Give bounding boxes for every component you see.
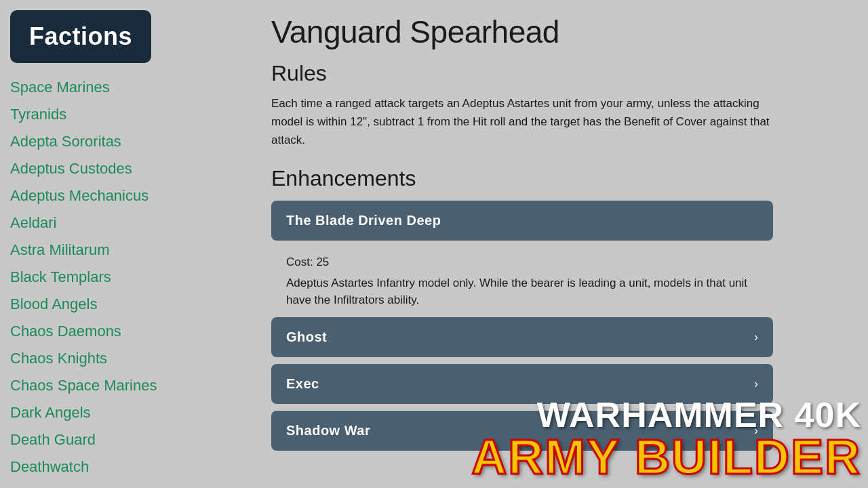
enhancement-card-1[interactable]: Ghost ›: [271, 317, 773, 357]
factions-title: Factions: [10, 10, 151, 63]
faction-list-item-14: Deathwatch: [10, 453, 251, 481]
rules-heading: Rules: [271, 61, 848, 86]
sidebar: Factions Space MarinesTyranidsAdepta Sor…: [0, 0, 251, 488]
enhancement-detail-0: Cost: 25 Adeptus Astartes Infantry model…: [271, 247, 773, 317]
faction-link-0[interactable]: Space Marines: [10, 77, 251, 98]
faction-list: Space MarinesTyranidsAdepta SororitasAde…: [10, 74, 251, 488]
enhancements-heading: Enhancements: [271, 166, 848, 191]
faction-list-item-8: Blood Angels: [10, 291, 251, 318]
faction-list-item-0: Space Marines: [10, 74, 251, 101]
enhancement-title-2: Exec: [286, 376, 319, 392]
faction-list-item-9: Chaos Daemons: [10, 318, 251, 345]
rules-text: Each time a ranged attack targets an Ade…: [271, 94, 773, 150]
faction-link-12[interactable]: Dark Angels: [10, 402, 251, 424]
faction-link-7[interactable]: Black Templars: [10, 266, 251, 288]
faction-list-item-12: Dark Angels: [10, 399, 251, 426]
detachment-title: Vanguard Spearhead: [271, 14, 848, 50]
faction-list-item-6: Astra Militarum: [10, 237, 251, 264]
faction-list-item-11: Chaos Space Marines: [10, 372, 251, 399]
faction-list-item-1: Tyranids: [10, 101, 251, 128]
faction-list-item-13: Death Guard: [10, 426, 251, 453]
main-content: Vanguard Spearhead Rules Each time a ran…: [251, 0, 868, 488]
enhancement-card-2[interactable]: Exec ›: [271, 364, 773, 404]
faction-list-item-2: Adepta Sororitas: [10, 128, 251, 155]
faction-link-1[interactable]: Tyranids: [10, 104, 251, 125]
faction-list-item-10: Chaos Knights: [10, 345, 251, 372]
faction-link-2[interactable]: Adepta Sororitas: [10, 131, 251, 152]
faction-link-4[interactable]: Adeptus Mechanicus: [10, 185, 251, 207]
enhancement-title-3: Shadow War: [286, 423, 370, 439]
enhancement-cost-0: Cost: 25: [286, 256, 758, 269]
enhancement-card-0[interactable]: The Blade Driven Deep: [271, 201, 773, 241]
faction-link-13[interactable]: Death Guard: [10, 429, 251, 451]
faction-list-item-3: Adeptus Custodes: [10, 155, 251, 182]
chevron-icon-3: ›: [754, 424, 758, 438]
faction-list-item-4: Adeptus Mechanicus: [10, 182, 251, 209]
enhancement-desc-0: Adeptus Astartes Infantry model only. Wh…: [286, 274, 758, 309]
enhancement-card-3[interactable]: Shadow War ›: [271, 411, 773, 451]
chevron-icon-2: ›: [754, 377, 758, 391]
enhancement-title-0: The Blade Driven Deep: [286, 213, 441, 228]
faction-link-10[interactable]: Chaos Knights: [10, 348, 251, 369]
faction-link-8[interactable]: Blood Angels: [10, 293, 251, 315]
faction-list-item-5: Aeldari: [10, 209, 251, 237]
faction-link-11[interactable]: Chaos Space Marines: [10, 375, 251, 396]
faction-link-5[interactable]: Aeldari: [10, 212, 251, 234]
faction-link-3[interactable]: Adeptus Custodes: [10, 158, 251, 180]
faction-link-6[interactable]: Astra Militarum: [10, 239, 251, 261]
faction-link-15[interactable]: Drukhari: [10, 483, 251, 488]
faction-list-item-15: Drukhari: [10, 481, 251, 488]
faction-link-14[interactable]: Deathwatch: [10, 456, 251, 478]
faction-link-9[interactable]: Chaos Daemons: [10, 321, 251, 342]
faction-list-item-7: Black Templars: [10, 264, 251, 291]
chevron-icon-1: ›: [754, 330, 758, 344]
enhancement-title-1: Ghost: [286, 329, 327, 345]
